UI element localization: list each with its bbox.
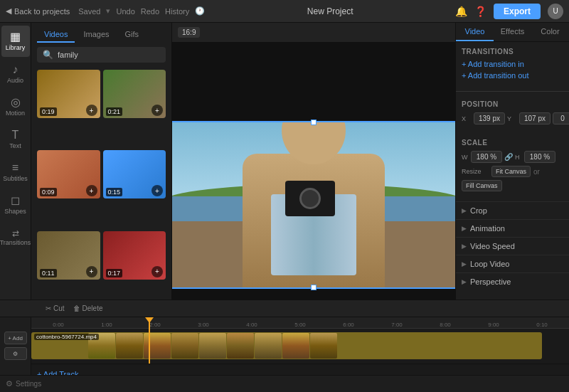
track-clip[interactable]: cottonbro-5967724.mp4 <box>31 332 542 359</box>
link-scale-icon[interactable]: 🔗 <box>504 153 513 161</box>
video-speed-label: Video Speed <box>470 242 515 250</box>
sidebar-item-audio[interactable]: ♪ Audio <box>1 58 30 90</box>
project-title: New Project <box>205 6 455 16</box>
sidebar-subtitles-label: Subtitles <box>3 175 28 182</box>
ruler-mark: 5:00 <box>276 322 324 328</box>
position-title: Position <box>462 100 563 108</box>
resize-label: Resize <box>462 168 489 175</box>
media-item[interactable]: 0:19 + <box>37 70 100 118</box>
clip-filename: cottonbro-5967724.mp4 <box>34 334 99 340</box>
settings-mini-label: ⚙ <box>13 351 18 357</box>
ruler-mark: 9:00 <box>469 322 518 328</box>
h-scale-label: H <box>515 154 522 161</box>
sidebar-item-motion[interactable]: ◎ Motion <box>1 91 30 122</box>
export-button[interactable]: Export <box>494 4 541 19</box>
position-section: Position X Y <box>456 95 569 133</box>
media-item[interactable]: 0:15 + <box>103 150 166 198</box>
ruler-mark: 3:00 <box>179 322 228 328</box>
media-add-button[interactable]: + <box>86 185 97 196</box>
history-button[interactable]: History <box>165 7 189 16</box>
media-add-button[interactable]: + <box>86 266 97 277</box>
video-preview <box>172 121 455 289</box>
scale-w-input[interactable] <box>471 151 502 163</box>
cut-button[interactable]: ✂ Cut <box>46 304 65 312</box>
media-add-button[interactable]: + <box>151 105 163 116</box>
animation-section[interactable]: ▶ Animation <box>456 219 569 237</box>
avatar[interactable]: U <box>548 4 563 19</box>
sidebar-item-shapes[interactable]: ◻ Shapes <box>1 189 30 221</box>
add-transition-out-button[interactable]: + Add transition out <box>462 71 563 80</box>
sidebar-motion-label: Motion <box>6 110 25 117</box>
tab-effects[interactable]: Effects <box>494 23 531 41</box>
add-transition-in-button[interactable]: + Add transition in <box>462 60 563 68</box>
resize-row: Resize Fit Canvas or Fill Canvas <box>462 166 563 191</box>
media-item[interactable]: 0:17 + <box>103 231 166 280</box>
video-speed-section[interactable]: ▶ Video Speed <box>456 237 569 255</box>
right-tabs: Video Effects Color <box>456 23 569 42</box>
tab-video[interactable]: Video <box>456 23 494 41</box>
back-button[interactable]: ◀ Back to projects <box>6 6 70 16</box>
timeline: ✂ Cut 🗑 Delete + Add ⚙ 0:00 <box>0 300 569 392</box>
add-track-mini-button[interactable]: + Add <box>4 332 27 344</box>
fit-canvas-button[interactable]: Fit Canvas <box>491 166 531 177</box>
timeline-settings-bar: ⚙ Settings <box>0 375 569 392</box>
delete-button[interactable]: 🗑 Delete <box>73 304 103 312</box>
perspective-section[interactable]: ▶ Perspective <box>456 272 569 290</box>
sidebar-text-label: Text <box>9 142 21 149</box>
tab-images[interactable]: Images <box>76 27 116 43</box>
tab-videos[interactable]: Videos <box>37 27 75 43</box>
camera <box>285 181 335 216</box>
sidebar-item-text[interactable]: T Text <box>1 124 30 155</box>
crop-section[interactable]: ▶ Crop <box>456 201 569 219</box>
notification-icon[interactable]: 🔔 <box>455 6 467 17</box>
media-add-button[interactable]: + <box>151 266 163 277</box>
media-add-button[interactable]: + <box>151 185 163 196</box>
search-input[interactable] <box>58 51 160 59</box>
frame-thumb <box>282 333 309 359</box>
section-divider <box>456 91 569 92</box>
top-bar-actions: Saved ▾ Undo Redo History 🕐 <box>78 6 205 16</box>
x-input[interactable] <box>474 112 505 125</box>
frame-thumb <box>144 333 171 359</box>
help-icon[interactable]: ❓ <box>474 6 486 17</box>
timeline-track-main: cottonbro-5967724.mp4 <box>31 329 569 364</box>
tab-color[interactable]: Color <box>531 23 569 41</box>
cut-label: Cut <box>53 304 65 312</box>
ruler-mark: 0:00 <box>34 322 83 328</box>
transitions-section: Transitions + Add transition in + Add tr… <box>456 42 569 88</box>
playhead[interactable] <box>149 317 150 364</box>
media-tabs: Videos Images Gifs <box>31 23 171 43</box>
frame-thumb <box>310 333 337 359</box>
delete-icon: 🗑 <box>73 304 80 312</box>
frame-thumb <box>116 333 143 359</box>
top-bar: ◀ Back to projects Saved ▾ Undo Redo His… <box>0 0 569 23</box>
sidebar-item-library[interactable]: ▦ Library <box>1 26 30 57</box>
sidebar-item-transitions[interactable]: ⇄ Transitions <box>1 222 30 253</box>
media-item[interactable]: 0:21 + <box>103 70 166 118</box>
tab-gifs[interactable]: Gifs <box>118 27 147 43</box>
settings-mini-button[interactable]: ⚙ <box>4 347 27 360</box>
add-track-button[interactable]: + Add Track <box>37 370 78 375</box>
redo-button[interactable]: Redo <box>141 7 159 16</box>
timeline-left-panel: + Add ⚙ <box>0 317 31 375</box>
project-title-text: New Project <box>307 6 353 16</box>
frame-thumb <box>199 333 226 359</box>
timeline-ruler: 0:00 1:00 2:00 3:00 4:00 5:00 6:00 7:00 … <box>31 317 569 329</box>
undo-button[interactable]: Undo <box>116 7 134 16</box>
loop-video-section[interactable]: ▶ Loop Video <box>456 255 569 272</box>
crop-chevron-icon: ▶ <box>462 207 467 214</box>
aspect-ratio-badge: 16:9 <box>178 27 200 38</box>
rotation-input[interactable] <box>553 112 569 125</box>
or-label: or <box>533 168 540 176</box>
scale-h-input[interactable] <box>524 151 555 163</box>
media-item[interactable]: 0:11 + <box>37 231 100 280</box>
media-add-button[interactable]: + <box>86 105 97 116</box>
y-label: Y <box>507 115 517 122</box>
y-input[interactable] <box>519 112 551 125</box>
sidebar-item-subtitles[interactable]: ≡ Subtitles <box>1 157 30 188</box>
settings-button[interactable]: ⚙ <box>6 379 13 388</box>
media-item[interactable]: 0:09 + <box>37 150 100 198</box>
media-duration: 0:17 <box>106 269 123 277</box>
w-scale-label: W <box>462 154 469 161</box>
fill-canvas-button[interactable]: Fill Canvas <box>462 180 502 191</box>
